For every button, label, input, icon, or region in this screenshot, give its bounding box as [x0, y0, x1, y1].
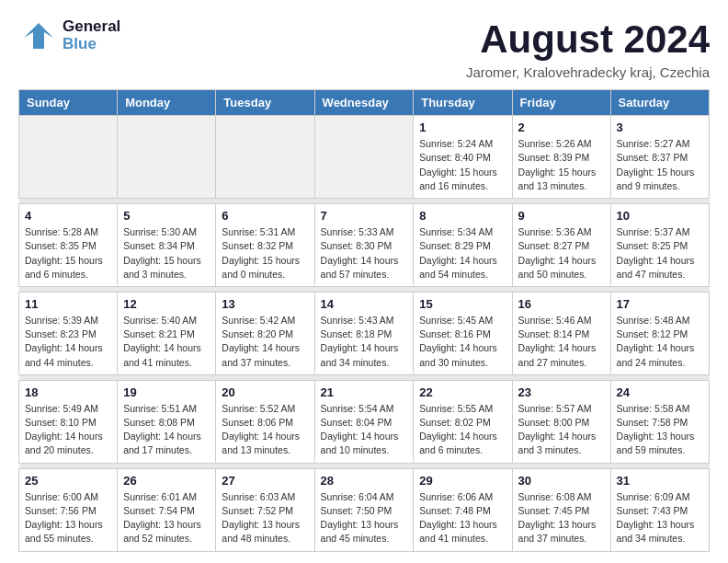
day-number: 18: [25, 385, 111, 399]
weekday-header-sunday: Sunday: [19, 90, 118, 116]
day-info: Sunrise: 5:55 AM Sunset: 8:02 PM Dayligh…: [419, 402, 506, 458]
day-info: Sunrise: 6:09 AM Sunset: 7:43 PM Dayligh…: [617, 490, 703, 546]
day-number: 7: [321, 209, 408, 223]
month-title: August 2024: [466, 18, 710, 61]
day-info: Sunrise: 6:01 AM Sunset: 7:54 PM Dayligh…: [123, 490, 210, 546]
day-info: Sunrise: 5:28 AM Sunset: 8:35 PM Dayligh…: [25, 225, 111, 282]
calendar-cell: 14Sunrise: 5:43 AM Sunset: 8:18 PM Dayli…: [314, 292, 414, 374]
day-number: 2: [518, 121, 605, 134]
calendar-table: SundayMondayTuesdayWednesdayThursdayFrid…: [18, 89, 710, 551]
calendar-cell: 31Sunrise: 6:09 AM Sunset: 7:43 PM Dayli…: [610, 468, 709, 551]
calendar-week-5: 25Sunrise: 6:00 AM Sunset: 7:56 PM Dayli…: [19, 468, 710, 551]
calendar-cell: 9Sunrise: 5:36 AM Sunset: 8:27 PM Daylig…: [512, 204, 610, 287]
day-info: Sunrise: 5:33 AM Sunset: 8:30 PM Dayligh…: [321, 225, 408, 282]
calendar-cell: 4Sunrise: 5:28 AM Sunset: 8:35 PM Daylig…: [19, 204, 118, 287]
day-info: Sunrise: 5:57 AM Sunset: 8:00 PM Dayligh…: [518, 402, 605, 458]
day-number: 15: [419, 297, 506, 311]
calendar-week-1: 1Sunrise: 5:24 AM Sunset: 8:40 PM Daylig…: [19, 116, 710, 199]
day-number: 11: [25, 297, 111, 311]
logo: General Blue: [18, 18, 120, 52]
logo-general-text: General: [63, 18, 120, 36]
calendar-cell: [216, 116, 314, 199]
day-info: Sunrise: 5:43 AM Sunset: 8:18 PM Dayligh…: [321, 314, 408, 370]
calendar-cell: [19, 116, 118, 199]
weekday-header-wednesday: Wednesday: [314, 90, 414, 116]
calendar-cell: 15Sunrise: 5:45 AM Sunset: 8:16 PM Dayli…: [414, 292, 512, 374]
day-info: Sunrise: 5:31 AM Sunset: 8:32 PM Dayligh…: [222, 225, 308, 282]
calendar-week-3: 11Sunrise: 5:39 AM Sunset: 8:23 PM Dayli…: [19, 292, 710, 374]
day-info: Sunrise: 6:00 AM Sunset: 7:56 PM Dayligh…: [25, 490, 111, 546]
calendar-cell: 30Sunrise: 6:08 AM Sunset: 7:45 PM Dayli…: [512, 468, 610, 551]
title-block: August 2024 Jaromer, Kralovehradecky kra…: [466, 18, 710, 80]
day-number: 24: [617, 385, 703, 399]
location-text: Jaromer, Kralovehradecky kraj, Czechia: [466, 64, 710, 80]
day-number: 17: [617, 297, 703, 311]
calendar-cell: 5Sunrise: 5:30 AM Sunset: 8:34 PM Daylig…: [118, 204, 216, 287]
calendar-cell: 19Sunrise: 5:51 AM Sunset: 8:08 PM Dayli…: [118, 380, 216, 463]
day-info: Sunrise: 5:39 AM Sunset: 8:23 PM Dayligh…: [25, 314, 111, 370]
calendar-cell: 11Sunrise: 5:39 AM Sunset: 8:23 PM Dayli…: [19, 292, 118, 374]
calendar-cell: 21Sunrise: 5:54 AM Sunset: 8:04 PM Dayli…: [314, 380, 414, 463]
weekday-header-friday: Friday: [512, 90, 610, 116]
calendar-cell: 25Sunrise: 6:00 AM Sunset: 7:56 PM Dayli…: [19, 468, 118, 551]
calendar-header-row: SundayMondayTuesdayWednesdayThursdayFrid…: [19, 90, 710, 116]
day-number: 20: [222, 385, 308, 399]
day-info: Sunrise: 6:04 AM Sunset: 7:50 PM Dayligh…: [321, 490, 408, 546]
calendar-cell: 12Sunrise: 5:40 AM Sunset: 8:21 PM Dayli…: [118, 292, 216, 374]
day-info: Sunrise: 5:26 AM Sunset: 8:39 PM Dayligh…: [518, 137, 605, 193]
logo-icon: [18, 19, 59, 52]
day-number: 22: [419, 385, 506, 399]
day-number: 1: [419, 121, 506, 134]
calendar-cell: 10Sunrise: 5:37 AM Sunset: 8:25 PM Dayli…: [610, 204, 709, 287]
day-number: 12: [123, 297, 210, 311]
day-info: Sunrise: 5:51 AM Sunset: 8:08 PM Dayligh…: [123, 402, 210, 458]
calendar-cell: [118, 116, 216, 199]
calendar-cell: 17Sunrise: 5:48 AM Sunset: 8:12 PM Dayli…: [610, 292, 709, 374]
calendar-cell: 2Sunrise: 5:26 AM Sunset: 8:39 PM Daylig…: [512, 116, 610, 199]
day-number: 25: [25, 474, 111, 488]
calendar-cell: 22Sunrise: 5:55 AM Sunset: 8:02 PM Dayli…: [414, 380, 512, 463]
calendar-cell: 26Sunrise: 6:01 AM Sunset: 7:54 PM Dayli…: [118, 468, 216, 551]
calendar-cell: 29Sunrise: 6:06 AM Sunset: 7:48 PM Dayli…: [414, 468, 512, 551]
day-info: Sunrise: 5:48 AM Sunset: 8:12 PM Dayligh…: [617, 314, 703, 370]
day-info: Sunrise: 5:46 AM Sunset: 8:14 PM Dayligh…: [518, 314, 605, 370]
day-info: Sunrise: 6:08 AM Sunset: 7:45 PM Dayligh…: [518, 490, 605, 546]
day-number: 3: [617, 121, 703, 134]
day-number: 8: [419, 209, 506, 223]
day-info: Sunrise: 6:06 AM Sunset: 7:48 PM Dayligh…: [419, 490, 506, 546]
day-number: 14: [321, 297, 408, 311]
calendar-cell: 18Sunrise: 5:49 AM Sunset: 8:10 PM Dayli…: [19, 380, 118, 463]
day-info: Sunrise: 5:49 AM Sunset: 8:10 PM Dayligh…: [25, 402, 111, 458]
calendar-week-2: 4Sunrise: 5:28 AM Sunset: 8:35 PM Daylig…: [19, 204, 710, 287]
day-number: 5: [123, 209, 210, 223]
day-info: Sunrise: 5:58 AM Sunset: 7:58 PM Dayligh…: [617, 402, 703, 458]
calendar-cell: [314, 116, 414, 199]
svg-marker-0: [24, 23, 53, 49]
day-number: 19: [123, 385, 210, 399]
calendar-cell: 8Sunrise: 5:34 AM Sunset: 8:29 PM Daylig…: [414, 204, 512, 287]
calendar-cell: 13Sunrise: 5:42 AM Sunset: 8:20 PM Dayli…: [216, 292, 314, 374]
weekday-header-thursday: Thursday: [414, 90, 512, 116]
day-number: 16: [518, 297, 605, 311]
day-info: Sunrise: 5:30 AM Sunset: 8:34 PM Dayligh…: [123, 225, 210, 282]
logo-blue-text: Blue: [63, 36, 120, 53]
day-number: 13: [222, 297, 308, 311]
day-info: Sunrise: 5:42 AM Sunset: 8:20 PM Dayligh…: [222, 314, 308, 370]
calendar-cell: 3Sunrise: 5:27 AM Sunset: 8:37 PM Daylig…: [610, 116, 709, 199]
day-info: Sunrise: 5:36 AM Sunset: 8:27 PM Dayligh…: [518, 225, 605, 282]
weekday-header-tuesday: Tuesday: [216, 90, 314, 116]
day-number: 30: [518, 474, 605, 488]
day-info: Sunrise: 5:45 AM Sunset: 8:16 PM Dayligh…: [419, 314, 506, 370]
day-info: Sunrise: 5:40 AM Sunset: 8:21 PM Dayligh…: [123, 314, 210, 370]
calendar-cell: 23Sunrise: 5:57 AM Sunset: 8:00 PM Dayli…: [512, 380, 610, 463]
day-number: 28: [321, 474, 408, 488]
calendar-cell: 7Sunrise: 5:33 AM Sunset: 8:30 PM Daylig…: [314, 204, 414, 287]
calendar-cell: 6Sunrise: 5:31 AM Sunset: 8:32 PM Daylig…: [216, 204, 314, 287]
calendar-cell: 20Sunrise: 5:52 AM Sunset: 8:06 PM Dayli…: [216, 380, 314, 463]
page-header: General Blue August 2024 Jaromer, Kralov…: [18, 18, 710, 80]
day-number: 10: [617, 209, 703, 223]
day-number: 9: [518, 209, 605, 223]
day-number: 23: [518, 385, 605, 399]
day-number: 21: [321, 385, 408, 399]
calendar-cell: 24Sunrise: 5:58 AM Sunset: 7:58 PM Dayli…: [610, 380, 709, 463]
